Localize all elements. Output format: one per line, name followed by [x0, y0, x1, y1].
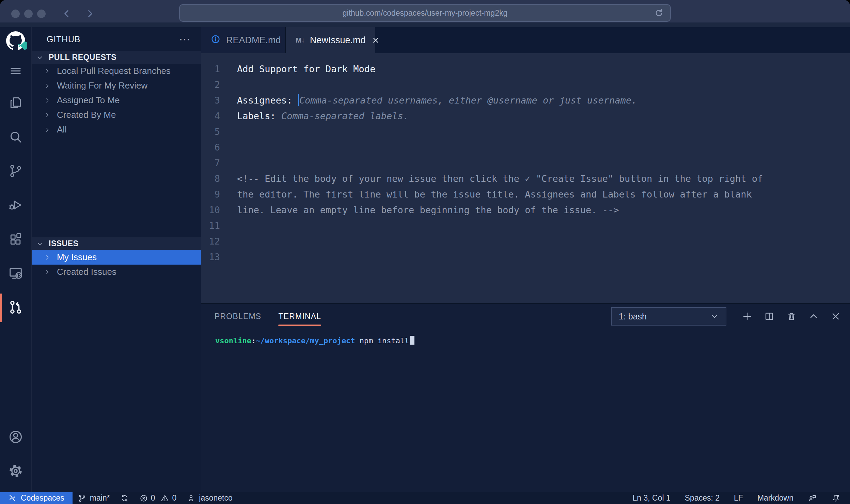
app-body: GITHUB ⋯ PULL REQUESTS Local Pull Reques…	[0, 27, 850, 492]
back-icon[interactable]	[61, 8, 72, 19]
markdown-icon: M↓	[296, 36, 304, 44]
warning-count: 0	[172, 493, 176, 503]
window-close-button[interactable]	[11, 10, 20, 18]
sidebar: GITHUB ⋯ PULL REQUESTS Local Pull Reques…	[32, 27, 201, 492]
tree-item-waiting-for-my-review[interactable]: Waiting For My Review	[32, 78, 201, 93]
split-terminal-icon[interactable]	[764, 311, 775, 322]
section-issues: ISSUES My Issues Created Issues	[32, 237, 201, 492]
activity-remote-explorer[interactable]	[0, 257, 32, 291]
status-bar: Codespaces main* 0	[0, 492, 850, 504]
tab-label: README.md	[226, 35, 281, 46]
reload-icon[interactable]	[654, 8, 664, 18]
status-bar-left: Codespaces main* 0	[0, 492, 238, 504]
bottom-panel: PROBLEMS TERMINAL 1: bash	[201, 303, 850, 492]
account-icon	[8, 429, 23, 446]
labels-placeholder: Comma-separated labels.	[281, 111, 409, 121]
editor[interactable]: 1Add Support for Dark Mode 2 3Assignees:…	[201, 53, 850, 303]
activity-extensions[interactable]	[0, 223, 32, 257]
account-button[interactable]	[0, 421, 32, 455]
remote-indicator[interactable]: Codespaces	[0, 492, 73, 504]
close-panel-icon[interactable]	[830, 311, 841, 322]
forward-icon[interactable]	[84, 8, 95, 19]
editor-line: 6	[201, 140, 850, 155]
status-bar-right: Ln 3, Col 1 Spaces: 2 LF Markdown	[633, 492, 850, 504]
assignees-label: Assignees:	[237, 95, 298, 106]
labels-label: Labels:	[237, 111, 281, 121]
editor-line: 1Add Support for Dark Mode	[201, 61, 850, 77]
tree-item-created-by-me[interactable]: Created By Me	[32, 108, 201, 122]
terminal-shell-select[interactable]: 1: bash	[611, 307, 726, 326]
tree-item-local-pull-request-branches[interactable]: Local Pull Request Branches	[32, 64, 201, 78]
chevron-down-icon	[36, 54, 44, 61]
address-bar[interactable]: github.com/codespaces/user-my-project-mg…	[179, 4, 671, 22]
tab-terminal[interactable]: TERMINAL	[278, 304, 321, 329]
tab-readme[interactable]: README.md	[201, 27, 286, 53]
branch-indicator[interactable]: main*	[73, 492, 115, 504]
indentation-setting[interactable]: Spaces: 2	[685, 492, 720, 504]
activity-debug[interactable]	[0, 189, 32, 223]
section-header-pull-requests[interactable]: PULL REQUESTS	[32, 51, 201, 64]
new-terminal-icon[interactable]	[742, 311, 753, 322]
maximize-panel-icon[interactable]	[808, 311, 819, 322]
pull-request-icon	[8, 299, 23, 316]
git-branch-icon	[78, 494, 86, 503]
panel-header: PROBLEMS TERMINAL 1: bash	[201, 304, 850, 329]
editor-line: 10line. Leave an empty line before begin…	[201, 202, 850, 218]
terminal-user: vsonline	[215, 336, 251, 345]
more-actions-icon[interactable]: ⋯	[179, 36, 191, 43]
close-icon[interactable]	[371, 36, 380, 45]
sidebar-header: GITHUB ⋯	[32, 27, 201, 51]
chevron-right-icon	[44, 68, 51, 75]
activity-github-pull-requests[interactable]	[0, 291, 32, 325]
activity-source-control[interactable]	[0, 155, 32, 189]
editor-line: 2	[201, 77, 850, 93]
activity-search[interactable]	[0, 121, 32, 155]
notifications-bell-icon[interactable]	[831, 492, 840, 504]
editor-line: 3Assignees: Comma-separated usernames, e…	[201, 93, 850, 108]
remote-icon	[8, 494, 17, 502]
hamburger-icon	[9, 64, 23, 79]
feedback-icon[interactable]	[808, 492, 817, 504]
terminal-command: npm install	[355, 336, 409, 345]
activity-explorer[interactable]	[0, 86, 32, 121]
error-icon	[139, 494, 148, 503]
tab-newissue[interactable]: M↓ NewIssue.md	[286, 27, 375, 53]
chevron-down-icon	[36, 240, 44, 248]
tree-item-assigned-to-me[interactable]: Assigned To Me	[32, 93, 201, 108]
account-indicator[interactable]: jasonetco	[182, 492, 237, 504]
issue-title-text: Add Support for Dark Mode	[237, 61, 375, 77]
editor-group: README.md M↓ NewIssue.md 1Add Support fo…	[201, 27, 850, 492]
language-mode[interactable]: Markdown	[757, 492, 793, 504]
tree-item-my-issues[interactable]: My Issues	[32, 250, 201, 265]
sidebar-title: GITHUB	[47, 34, 80, 44]
chevron-right-icon	[44, 269, 51, 275]
editor-line: 9the editor. The first line will be the …	[201, 187, 850, 202]
git-branch-icon	[8, 163, 23, 180]
section-pull-requests: PULL REQUESTS Local Pull Request Branche…	[32, 51, 201, 237]
error-count: 0	[151, 493, 155, 503]
tab-problems[interactable]: PROBLEMS	[215, 304, 261, 329]
terminal[interactable]: vsonline:~/workspace/my_project npm inst…	[201, 329, 850, 347]
problems-indicator[interactable]: 0 0	[134, 492, 182, 504]
editor-line: 12	[201, 234, 850, 249]
eol-setting[interactable]: LF	[734, 492, 743, 504]
tree-item-created-issues[interactable]: Created Issues	[32, 265, 201, 279]
window-minimize-button[interactable]	[24, 10, 33, 18]
browser-titlebar: github.com/codespaces/user-my-project-mg…	[0, 0, 850, 27]
comment-text: <!-- Edit the body of your new issue the…	[237, 171, 763, 187]
remote-explorer-icon	[8, 265, 23, 282]
window-controls	[11, 10, 46, 18]
cursor-position[interactable]: Ln 3, Col 1	[633, 492, 671, 504]
editor-line: 8<!-- Edit the body of your new issue th…	[201, 171, 850, 187]
sync-icon	[120, 494, 129, 503]
kill-terminal-icon[interactable]	[786, 311, 797, 322]
chevron-right-icon	[44, 97, 51, 104]
sync-button[interactable]	[115, 492, 134, 504]
window-maximize-button[interactable]	[37, 10, 46, 18]
menu-button[interactable]	[0, 57, 32, 86]
comment-text: line. Leave an empty line before beginni…	[237, 202, 619, 218]
settings-button[interactable]	[0, 455, 32, 489]
tree-item-all[interactable]: All	[32, 122, 201, 137]
info-icon	[210, 34, 221, 47]
section-header-issues[interactable]: ISSUES	[32, 237, 201, 250]
